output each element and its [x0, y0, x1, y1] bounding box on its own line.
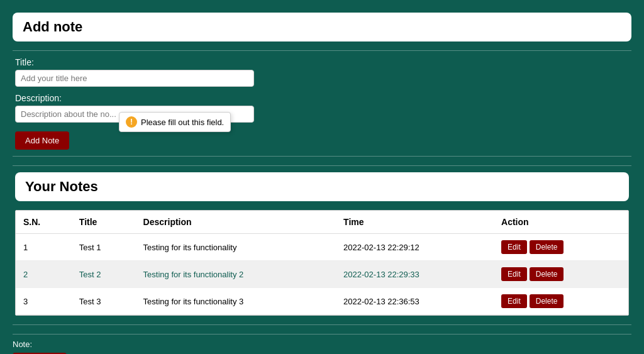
notes-table-container: S.N. Title Description Time Action 1Test…: [15, 210, 629, 316]
col-description: Description: [136, 211, 336, 234]
your-notes-title: Your Notes: [25, 179, 98, 194]
action-buttons: EditDelete: [501, 267, 621, 281]
cell-title: Test 2: [72, 261, 136, 288]
divider-3: [13, 324, 631, 325]
cell-description: Testing for its functionality 3: [136, 288, 336, 315]
table-row: 3Test 3Testing for its functionality 320…: [16, 288, 628, 315]
delete-button[interactable]: Delete: [530, 240, 564, 254]
tooltip-text: Please fill out this field.: [141, 118, 224, 127]
edit-button[interactable]: Edit: [501, 294, 527, 308]
your-notes-section: Your Notes S.N. Title Description Time A…: [13, 172, 631, 316]
cell-time: 2022-02-13 22:29:33: [336, 261, 494, 288]
col-action: Action: [494, 211, 628, 234]
note-label: Note:: [13, 340, 631, 349]
cell-sn: 1: [16, 234, 72, 261]
divider-2: [13, 165, 631, 166]
table-row: 2Test 2Testing for its functionality 220…: [16, 261, 628, 288]
cell-title: Test 3: [72, 288, 136, 315]
description-group: Description: ! Please fill out this fiel…: [15, 93, 629, 123]
table-header-row: S.N. Title Description Time Action: [16, 211, 628, 234]
action-buttons: EditDelete: [501, 240, 621, 254]
col-title: Title: [72, 211, 136, 234]
cell-time: 2022-02-13 22:36:53: [336, 288, 494, 315]
delete-button[interactable]: Delete: [530, 267, 564, 281]
add-note-form: Title: Description: ! Please fill out th…: [13, 57, 631, 157]
cell-action: EditDelete: [494, 234, 628, 261]
edit-button[interactable]: Edit: [501, 240, 527, 254]
delete-button[interactable]: Delete: [530, 294, 564, 308]
col-time: Time: [336, 211, 494, 234]
cell-action: EditDelete: [494, 261, 628, 288]
your-notes-header: Your Notes: [15, 172, 629, 201]
col-sn: S.N.: [16, 211, 72, 234]
action-buttons: EditDelete: [501, 294, 621, 308]
add-note-button[interactable]: Add Note: [15, 131, 69, 150]
add-note-header: Add note: [13, 13, 631, 41]
cell-sn: 2: [16, 261, 72, 288]
add-note-title: Add note: [23, 19, 82, 35]
footer-note: Note: Click here to reset Serial number.: [13, 334, 631, 354]
cell-description: Testing for its functionality 2: [136, 261, 336, 288]
warning-icon: !: [126, 116, 137, 128]
cell-action: EditDelete: [494, 288, 628, 315]
cell-sn: 3: [16, 288, 72, 315]
title-input[interactable]: [15, 70, 254, 87]
notes-table: S.N. Title Description Time Action 1Test…: [16, 211, 628, 315]
validation-tooltip: ! Please fill out this field.: [119, 112, 231, 132]
cell-time: 2022-02-13 22:29:12: [336, 234, 494, 261]
divider-1: [13, 50, 631, 51]
cell-description: Testing for its functionality: [136, 234, 336, 261]
table-row: 1Test 1Testing for its functionality2022…: [16, 234, 628, 261]
cell-title: Test 1: [72, 234, 136, 261]
title-label: Title:: [15, 57, 629, 67]
title-group: Title:: [15, 57, 629, 87]
edit-button[interactable]: Edit: [501, 267, 527, 281]
description-label: Description:: [15, 93, 629, 103]
